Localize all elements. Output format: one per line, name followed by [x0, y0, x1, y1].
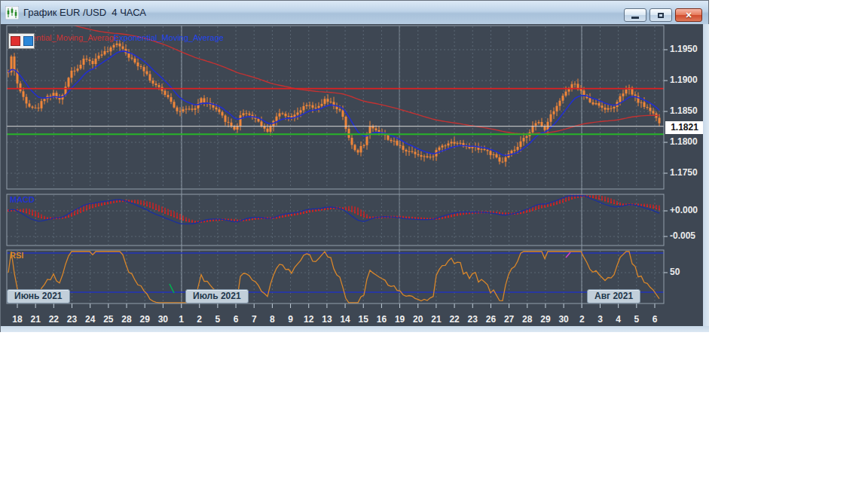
candlestick-chart-icon	[5, 6, 19, 20]
chart-area[interactable]: Exponential_Moving_Average Exponential_M…	[1, 24, 708, 326]
window-frame-right	[703, 24, 709, 332]
window-controls: ✕	[624, 8, 702, 22]
maximize-icon	[658, 13, 664, 18]
close-button[interactable]: ✕	[675, 8, 702, 22]
close-icon: ✕	[685, 11, 692, 20]
blue-ma-swatch	[23, 36, 33, 46]
window-title: График EUR /USD 4 ЧАСА	[23, 7, 146, 18]
current-price-tag: 1.1821	[665, 121, 704, 134]
minimize-icon	[631, 17, 639, 19]
maximize-button[interactable]	[649, 8, 672, 22]
window-frame-bottom	[1, 326, 709, 332]
minimize-button[interactable]	[624, 8, 646, 22]
desktop: { "window": { "title": "График EUR /USD …	[0, 0, 868, 488]
indicator-legend-swatches	[8, 33, 35, 49]
red-ma-swatch	[11, 36, 20, 46]
price-chart-canvas	[1, 24, 703, 326]
title-bar[interactable]: График EUR /USD 4 ЧАСА ✕	[1, 1, 708, 24]
chart-window: График EUR /USD 4 ЧАСА ✕ Exponential_Mov…	[0, 0, 709, 332]
